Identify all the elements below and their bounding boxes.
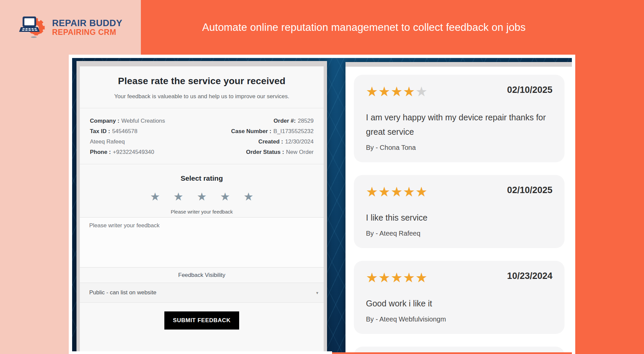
- detail-value: +923224549340: [113, 149, 154, 155]
- detail-label: Case Number :: [231, 128, 271, 134]
- review-header: ★★★★★ 02/10/2025: [366, 185, 552, 198]
- review-stars: ★★★★★: [366, 271, 428, 284]
- rating-star-icon[interactable]: ★: [150, 191, 160, 202]
- review-text: I am very happy with my device repair th…: [366, 110, 552, 139]
- order-details: Company :Webful CreationsTax ID :5454657…: [80, 108, 324, 164]
- detail-value: 54546578: [112, 128, 138, 134]
- detail-row: Tax ID :54546578: [90, 126, 165, 136]
- review-card: ★★★★★ 10/23/2024 Good work i like it By …: [354, 261, 565, 334]
- star-icon: ★: [403, 271, 416, 284]
- detail-row: Phone :+923224549340: [90, 147, 165, 157]
- review-text: Good work i like it: [366, 296, 552, 311]
- rating-stars: ★★★★★: [80, 191, 324, 202]
- review-header: ★★★★★ 02/10/2025: [366, 85, 552, 98]
- repair-buddy-logo-icon: [18, 15, 48, 40]
- star-icon: ★: [378, 185, 391, 198]
- feedback-textarea[interactable]: [80, 217, 324, 268]
- bottom-edge-left: [72, 351, 332, 354]
- detail-row: Company :Webful Creations: [90, 116, 165, 126]
- detail-row: Order Status :New Order: [231, 147, 314, 157]
- form-subtitle: Your feedback is valueable to us and hel…: [90, 93, 314, 100]
- review-stars: ★★★★★: [366, 185, 428, 198]
- review-author: By - Ateeq Webfulvisiongm: [366, 315, 552, 323]
- brand-logo-block: REPAIR BUDDY REPAIRING CRM: [0, 0, 141, 55]
- screenshot-frame: Please rate the service your received Yo…: [69, 55, 575, 354]
- reviews-list: ★★★★★ 02/10/2025 I am very happy with my…: [345, 67, 572, 352]
- detail-value: Ateeq Rafeeq: [90, 138, 125, 145]
- detail-value: Webful Creations: [121, 118, 165, 124]
- banner-headline: Automate online reputation managemenet t…: [202, 21, 526, 34]
- chevron-down-icon: ▾: [316, 290, 318, 295]
- feedback-form-window: Please rate the service your received Yo…: [76, 61, 327, 352]
- form-title: Please rate the service your received: [90, 76, 314, 86]
- star-icon: ★: [366, 85, 378, 98]
- review-card: ★★★★★ 02/10/2025 I like this service By …: [354, 175, 565, 248]
- review-author: By - Ateeq Rafeeq: [366, 230, 552, 237]
- star-icon: ★: [403, 185, 416, 198]
- brand-name: REPAIR BUDDY REPAIRING CRM: [52, 18, 122, 36]
- detail-value: B_I1735525232: [273, 128, 314, 134]
- detail-label: Order #:: [274, 118, 296, 124]
- rating-hint: Please writer your feedback: [80, 209, 324, 217]
- review-stars: ★★★★★: [366, 85, 428, 98]
- review-header: ★★★★★ 10/23/2024: [366, 271, 552, 284]
- rating-star-icon[interactable]: ★: [220, 191, 230, 202]
- detail-row: Case Number :B_I1735525232: [231, 126, 314, 136]
- submit-row: SUBMIT FEEDBACK: [80, 303, 324, 330]
- star-icon: ★: [391, 185, 403, 198]
- star-icon: ★: [415, 271, 428, 284]
- rating-star-icon[interactable]: ★: [244, 191, 254, 202]
- window-chrome-bar: [345, 62, 572, 67]
- page: REPAIR BUDDY REPAIRING CRM Automate onli…: [0, 0, 644, 354]
- rating-star-icon[interactable]: ★: [197, 191, 207, 202]
- star-icon: ★: [366, 271, 378, 284]
- star-icon: ★: [378, 271, 391, 284]
- detail-row: Order #:28529: [231, 116, 314, 126]
- detail-value: 28529: [298, 118, 314, 124]
- star-icon: ★: [391, 271, 403, 284]
- brand-line2: REPAIRING CRM: [52, 28, 122, 36]
- review-card: ★★★★★ 06/09/2024: [354, 347, 565, 352]
- top-banner: Automate online reputation managemenet t…: [141, 0, 644, 55]
- star-icon: ★: [415, 185, 428, 198]
- detail-row: Ateeq Rafeeq: [90, 136, 165, 147]
- visibility-select[interactable]: Public - can list on website ▾: [80, 283, 324, 303]
- form-header: Please rate the service your received Yo…: [80, 66, 324, 108]
- feedback-form: Please rate the service your received Yo…: [80, 66, 324, 352]
- star-icon: ★: [378, 85, 391, 98]
- detail-value: 12/30/2024: [285, 138, 314, 145]
- rating-section: Select rating ★★★★★ Please writer your f…: [80, 164, 324, 217]
- brand-line1: REPAIR BUDDY: [52, 18, 122, 28]
- review-date: 02/10/2025: [507, 185, 552, 195]
- order-details-right: Order #:28529Case Number :B_I1735525232C…: [231, 116, 314, 157]
- submit-feedback-button[interactable]: SUBMIT FEEDBACK: [164, 311, 239, 330]
- visibility-label: Feedback Visibility: [80, 268, 324, 283]
- detail-label: Tax ID :: [90, 128, 110, 134]
- review-text: I like this service: [366, 211, 552, 225]
- detail-row: Created :12/30/2024: [231, 136, 314, 147]
- review-date: 10/23/2024: [507, 271, 552, 281]
- star-icon: ★: [391, 85, 403, 98]
- detail-label: Created :: [258, 138, 283, 145]
- star-icon: ★: [403, 85, 416, 98]
- detail-label: Phone :: [90, 149, 111, 155]
- review-card: ★★★★★ 02/10/2025 I am very happy with my…: [354, 75, 565, 162]
- review-author: By - Chona Tona: [366, 144, 552, 152]
- visibility-selected-value: Public - can list on website: [89, 289, 156, 296]
- detail-value: New Order: [286, 149, 314, 155]
- detail-label: Company :: [90, 118, 119, 124]
- bottom-edge-right: [332, 352, 572, 354]
- star-icon: ★: [415, 85, 428, 98]
- review-date: 02/10/2025: [507, 85, 552, 95]
- rating-star-icon[interactable]: ★: [173, 191, 183, 202]
- star-icon: ★: [366, 185, 378, 198]
- detail-label: Order Status :: [246, 149, 284, 155]
- order-details-left: Company :Webful CreationsTax ID :5454657…: [90, 116, 165, 157]
- rating-heading: Select rating: [80, 174, 324, 182]
- reviews-window: ★★★★★ 02/10/2025 I am very happy with my…: [345, 62, 572, 352]
